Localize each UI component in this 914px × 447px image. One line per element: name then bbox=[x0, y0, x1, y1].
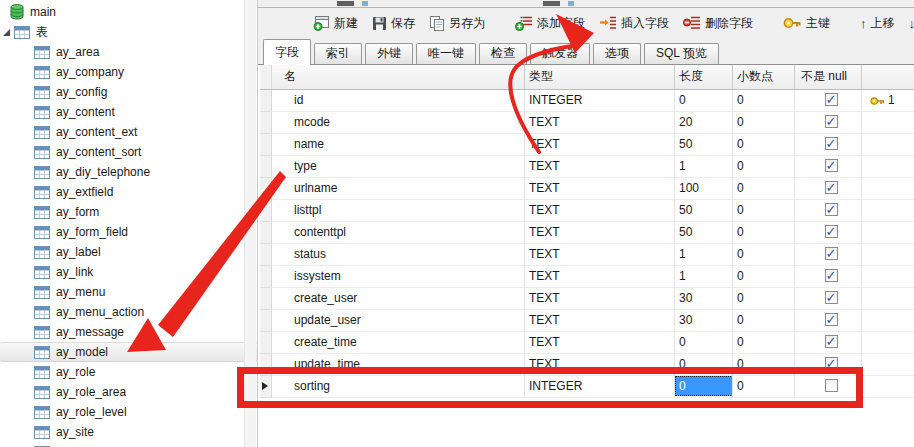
table-row-urlname[interactable]: urlname TEXT 100 0 bbox=[260, 178, 914, 200]
column-header-decimals[interactable]: 小数点 bbox=[733, 65, 795, 89]
table-row-create_time[interactable]: create_time TEXT 0 0 bbox=[260, 332, 914, 354]
not-null-checkbox[interactable] bbox=[825, 379, 838, 392]
field-name-cell[interactable]: create_user bbox=[272, 288, 525, 310]
field-type-cell[interactable]: TEXT bbox=[525, 156, 675, 178]
sidebar-item-ay_role_level[interactable]: ay_role_level bbox=[0, 402, 257, 422]
row-margin[interactable] bbox=[260, 244, 272, 266]
sidebar-item-ay_extfield[interactable]: ay_extfield bbox=[0, 182, 257, 202]
field-name-cell[interactable]: issystem bbox=[272, 266, 525, 288]
field-name-cell[interactable]: create_time bbox=[272, 332, 525, 354]
row-margin[interactable] bbox=[260, 354, 272, 376]
column-header-name[interactable]: 名 bbox=[272, 65, 525, 89]
sidebar-item-ay_form_field[interactable]: ay_form_field bbox=[0, 222, 257, 242]
add-field-button[interactable]: 添加字段 bbox=[510, 12, 590, 35]
field-length-cell[interactable]: 100 bbox=[675, 178, 733, 200]
row-margin[interactable] bbox=[260, 178, 272, 200]
field-decimals-cell[interactable]: 0 bbox=[733, 310, 795, 332]
field-type-cell[interactable]: TEXT bbox=[525, 354, 675, 376]
field-not-null-cell[interactable] bbox=[795, 178, 862, 200]
move-down-button[interactable]: ↓ 下移 bbox=[904, 12, 914, 35]
tab-sql-preview[interactable]: SQL 预览 bbox=[644, 43, 719, 64]
row-margin-current[interactable] bbox=[260, 376, 272, 398]
field-name-cell[interactable]: contenttpl bbox=[272, 222, 525, 244]
save-button[interactable]: 保存 bbox=[367, 12, 420, 35]
table-row-sorting[interactable]: sorting INTEGER 0 0 bbox=[260, 376, 914, 398]
table-row-type[interactable]: type TEXT 1 0 bbox=[260, 156, 914, 178]
insert-field-button[interactable]: 插入字段 bbox=[594, 12, 674, 35]
field-name-cell[interactable]: mcode bbox=[272, 112, 525, 134]
tab-uniques[interactable]: 唯一键 bbox=[416, 43, 476, 64]
sidebar-item-ay_diy_telephone[interactable]: ay_diy_telephone bbox=[0, 162, 257, 182]
tab-options[interactable]: 选项 bbox=[593, 43, 641, 64]
not-null-checkbox[interactable] bbox=[825, 357, 838, 370]
field-type-cell[interactable]: TEXT bbox=[525, 288, 675, 310]
column-header-not-null[interactable]: 不是 null bbox=[795, 65, 862, 89]
field-decimals-cell[interactable]: 0 bbox=[733, 266, 795, 288]
field-not-null-cell[interactable] bbox=[795, 156, 862, 178]
field-decimals-cell[interactable]: 0 bbox=[733, 112, 795, 134]
table-row-listtpl[interactable]: listtpl TEXT 50 0 bbox=[260, 200, 914, 222]
field-type-cell[interactable]: TEXT bbox=[525, 222, 675, 244]
field-length-cell[interactable]: 0 bbox=[675, 90, 733, 112]
field-length-cell[interactable]: 20 bbox=[675, 112, 733, 134]
field-type-cell[interactable]: TEXT bbox=[525, 244, 675, 266]
tree-expander-icon[interactable] bbox=[3, 29, 10, 36]
row-margin[interactable] bbox=[260, 200, 272, 222]
field-type-cell[interactable]: TEXT bbox=[525, 332, 675, 354]
field-name-cell[interactable]: name bbox=[272, 134, 525, 156]
sidebar-item-ay_label[interactable]: ay_label bbox=[0, 242, 257, 262]
field-type-cell[interactable]: TEXT bbox=[525, 266, 675, 288]
sidebar-scrollbar[interactable] bbox=[244, 0, 256, 447]
new-button[interactable]: 新建 bbox=[308, 12, 363, 35]
field-not-null-cell[interactable] bbox=[795, 266, 862, 288]
sidebar-item-ay_message[interactable]: ay_message bbox=[0, 322, 257, 342]
field-length-cell[interactable]: 50 bbox=[675, 200, 733, 222]
field-length-cell[interactable]: 1 bbox=[675, 244, 733, 266]
not-null-checkbox[interactable] bbox=[825, 313, 838, 326]
row-margin[interactable] bbox=[260, 90, 272, 112]
field-decimals-cell[interactable]: 0 bbox=[733, 178, 795, 200]
sidebar-item-ay_menu[interactable]: ay_menu bbox=[0, 282, 257, 302]
field-decimals-cell[interactable]: 0 bbox=[733, 90, 795, 112]
sidebar-item-ay_site[interactable]: ay_site bbox=[0, 422, 257, 442]
field-length-cell[interactable]: 30 bbox=[675, 288, 733, 310]
primary-key-button[interactable]: 主键 bbox=[778, 12, 835, 35]
table-row-mcode[interactable]: mcode TEXT 20 0 bbox=[260, 112, 914, 134]
table-row-contenttpl[interactable]: contenttpl TEXT 50 0 bbox=[260, 222, 914, 244]
field-not-null-cell[interactable] bbox=[795, 90, 862, 112]
sidebar-item-partial[interactable] bbox=[0, 442, 257, 447]
field-length-cell-editing[interactable]: 0 bbox=[675, 376, 733, 398]
field-not-null-cell[interactable] bbox=[795, 354, 862, 376]
field-name-cell[interactable]: update_time bbox=[272, 354, 525, 376]
not-null-checkbox[interactable] bbox=[825, 203, 838, 216]
field-type-cell[interactable]: TEXT bbox=[525, 112, 675, 134]
field-decimals-cell[interactable]: 0 bbox=[733, 200, 795, 222]
not-null-checkbox[interactable] bbox=[825, 225, 838, 238]
field-type-cell[interactable]: TEXT bbox=[525, 200, 675, 222]
field-length-cell[interactable]: 50 bbox=[675, 222, 733, 244]
tab-indexes[interactable]: 索引 bbox=[314, 43, 362, 64]
table-row-update_time[interactable]: update_time TEXT 0 0 bbox=[260, 354, 914, 376]
row-margin[interactable] bbox=[260, 134, 272, 156]
field-decimals-cell[interactable]: 0 bbox=[733, 354, 795, 376]
tab-fields[interactable]: 字段 bbox=[263, 39, 311, 65]
field-not-null-cell[interactable] bbox=[795, 222, 862, 244]
field-not-null-cell[interactable] bbox=[795, 310, 862, 332]
tab-checks[interactable]: 检查 bbox=[479, 43, 527, 64]
field-decimals-cell[interactable]: 0 bbox=[733, 244, 795, 266]
table-row-create_user[interactable]: create_user TEXT 30 0 bbox=[260, 288, 914, 310]
row-margin[interactable] bbox=[260, 288, 272, 310]
field-length-cell[interactable]: 0 bbox=[675, 332, 733, 354]
sidebar-item-ay_form[interactable]: ay_form bbox=[0, 202, 257, 222]
sidebar-item-ay_role_area[interactable]: ay_role_area bbox=[0, 382, 257, 402]
tab-triggers[interactable]: 触发器 bbox=[530, 43, 590, 64]
field-decimals-cell[interactable]: 0 bbox=[733, 156, 795, 178]
sidebar-item-ay_content_ext[interactable]: ay_content_ext bbox=[0, 122, 257, 142]
field-not-null-cell[interactable] bbox=[795, 288, 862, 310]
row-margin[interactable] bbox=[260, 156, 272, 178]
sidebar-item-ay_role[interactable]: ay_role bbox=[0, 362, 257, 382]
field-type-cell[interactable]: INTEGER bbox=[525, 90, 675, 112]
field-decimals-cell[interactable]: 0 bbox=[733, 134, 795, 156]
sidebar-item-ay_model[interactable]: ay_model bbox=[0, 342, 257, 362]
not-null-checkbox[interactable] bbox=[825, 335, 838, 348]
